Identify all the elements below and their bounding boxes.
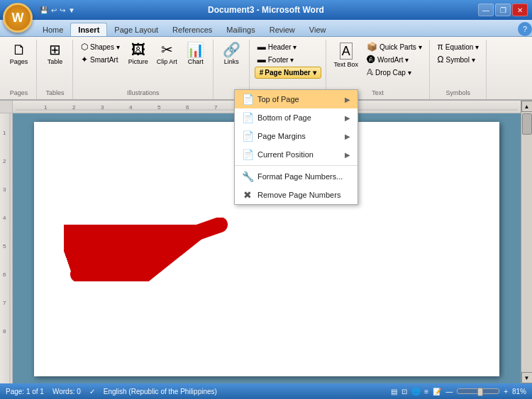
window-title: Document3 - Microsoft Word bbox=[0, 5, 532, 15]
ribbon-group-tables: ⊞ Table Tables bbox=[38, 40, 73, 99]
clip-art-icon: ✂ bbox=[161, 43, 173, 57]
pages-button[interactable]: 🗋 Pages bbox=[6, 41, 32, 67]
page-margins-arrow: ▶ bbox=[345, 133, 350, 140]
tables-content: ⊞ Table bbox=[43, 41, 68, 88]
text-small: 📦 Quick Parts ▾ 🅐 WordArt ▾ 𝔸 Drop Cap ▾ bbox=[364, 41, 424, 78]
zoom-in-button[interactable]: + bbox=[504, 388, 508, 395]
help-button[interactable]: ? bbox=[518, 22, 532, 36]
minimize-button[interactable]: — bbox=[478, 4, 494, 16]
svg-text:1: 1 bbox=[44, 104, 48, 111]
dropdown-current-position[interactable]: 📄 Current Position ▶ bbox=[235, 145, 358, 164]
page-margins-icon: 📄 bbox=[242, 130, 253, 142]
tab-insert[interactable]: Insert bbox=[70, 23, 107, 36]
bottom-of-page-icon: 📄 bbox=[242, 112, 253, 123]
pages-icon: 🗋 bbox=[12, 43, 26, 57]
equation-button[interactable]: π Equation ▾ bbox=[435, 41, 482, 52]
scroll-up-button[interactable]: ▲ bbox=[521, 101, 533, 112]
chart-button[interactable]: 📊 Chart bbox=[183, 41, 209, 67]
full-screen-button[interactable]: ⊡ bbox=[401, 388, 407, 395]
page-number-icon: # bbox=[260, 69, 264, 77]
dropdown-remove-page-numbers[interactable]: ✖ Remove Page Numbers bbox=[235, 186, 358, 204]
bottom-of-page-arrow: ▶ bbox=[345, 114, 350, 122]
pages-content: 🗋 Pages bbox=[6, 41, 32, 88]
symbols-content: π Equation ▾ Ω Symbol ▾ bbox=[435, 41, 482, 88]
office-button[interactable]: W bbox=[3, 3, 33, 33]
text-box-icon: A bbox=[340, 43, 353, 60]
remove-page-numbers-icon: ✖ bbox=[242, 189, 253, 201]
quick-access-dropdown[interactable]: ▼ bbox=[68, 6, 75, 14]
text-content: A Text Box 📦 Quick Parts ▾ 🅐 WordArt ▾ 𝔸… bbox=[331, 41, 425, 88]
shapes-smartart: ⬡ Shapes ▾ ✦ SmartArt bbox=[78, 41, 123, 65]
quick-access-undo[interactable]: ↩ bbox=[51, 6, 57, 14]
illustrations-label: Illustrations bbox=[127, 88, 160, 98]
header-footer-small: ▬ Header ▾ ▬ Footer ▾ # Page Number ▾ bbox=[255, 41, 321, 79]
pages-label: Pages bbox=[10, 88, 28, 98]
svg-text:5: 5 bbox=[3, 243, 6, 249]
text-label: Text bbox=[372, 88, 384, 98]
shapes-button[interactable]: ⬡ Shapes ▾ bbox=[78, 41, 123, 52]
tab-view[interactable]: View bbox=[302, 23, 333, 36]
header-icon: ▬ bbox=[257, 42, 266, 52]
quick-access-redo[interactable]: ↪ bbox=[60, 6, 65, 14]
restore-button[interactable]: ❐ bbox=[495, 4, 511, 16]
svg-text:7: 7 bbox=[214, 104, 218, 111]
tab-review[interactable]: Review bbox=[262, 23, 302, 36]
header-button[interactable]: ▬ Header ▾ bbox=[255, 41, 321, 52]
top-of-page-label: Top of Page bbox=[257, 95, 299, 103]
quick-parts-button[interactable]: 📦 Quick Parts ▾ bbox=[364, 41, 424, 52]
scroll-thumb[interactable] bbox=[522, 113, 532, 135]
tables-label: Tables bbox=[45, 88, 64, 98]
draft-button[interactable]: 📝 bbox=[433, 388, 441, 395]
table-icon: ⊞ bbox=[49, 43, 61, 57]
drop-cap-button[interactable]: 𝔸 Drop Cap ▾ bbox=[364, 67, 424, 78]
table-button[interactable]: ⊞ Table bbox=[43, 41, 68, 67]
top-of-page-icon: 📄 bbox=[242, 94, 253, 105]
svg-text:6: 6 bbox=[3, 271, 6, 278]
format-page-numbers-label: Format Page Numbers... bbox=[257, 172, 343, 181]
zoom-level: 81% bbox=[512, 388, 526, 395]
svg-text:3: 3 bbox=[101, 104, 104, 111]
dropdown-format-page-numbers[interactable]: 🔧 Format Page Numbers... bbox=[235, 167, 358, 186]
text-box-button[interactable]: A Text Box bbox=[331, 41, 362, 69]
page-number-dropdown: 📄 Top of Page ▶ 📄 Bottom of Page ▶ 📄 Pag… bbox=[234, 89, 358, 205]
zoom-out-button[interactable]: — bbox=[445, 388, 453, 395]
tab-references[interactable]: References bbox=[165, 23, 219, 36]
title-bar-buttons: — ❐ ✕ bbox=[478, 4, 528, 16]
clip-art-button[interactable]: ✂ Clip Art bbox=[154, 41, 180, 67]
vertical-scrollbar[interactable]: ▲ ▼ bbox=[521, 101, 532, 383]
vertical-ruler: 1 2 3 4 5 6 7 8 bbox=[0, 113, 13, 383]
svg-text:4: 4 bbox=[129, 104, 133, 111]
symbol-button[interactable]: Ω Symbol ▾ bbox=[435, 54, 482, 65]
quick-access-save[interactable]: 💾 bbox=[40, 6, 48, 14]
zoom-slider[interactable] bbox=[457, 388, 499, 394]
svg-text:3: 3 bbox=[3, 186, 6, 193]
symbols-small: π Equation ▾ Ω Symbol ▾ bbox=[435, 41, 482, 65]
tab-mailings[interactable]: Mailings bbox=[219, 23, 262, 36]
footer-icon: ▬ bbox=[257, 55, 266, 64]
equation-icon: π bbox=[438, 42, 443, 52]
footer-button[interactable]: ▬ Footer ▾ bbox=[255, 54, 321, 65]
links-button[interactable]: 🔗 Links bbox=[218, 41, 244, 67]
web-layout-button[interactable]: 🌐 bbox=[411, 388, 420, 395]
dropdown-page-margins[interactable]: 📄 Page Margins ▶ bbox=[235, 127, 358, 145]
close-button[interactable]: ✕ bbox=[512, 4, 528, 16]
print-layout-button[interactable]: ▤ bbox=[391, 388, 397, 395]
app-window: 💾 ↩ ↪ ▼ Document3 - Microsoft Word — ❐ ✕… bbox=[0, 0, 532, 399]
title-bar: 💾 ↩ ↪ ▼ Document3 - Microsoft Word — ❐ ✕ bbox=[0, 0, 532, 20]
current-position-label: Current Position bbox=[257, 150, 314, 159]
vruler-marks: 1 2 3 4 5 6 7 8 bbox=[0, 113, 13, 383]
dropdown-top-of-page[interactable]: 📄 Top of Page ▶ bbox=[235, 90, 358, 108]
dropdown-bottom-of-page[interactable]: 📄 Bottom of Page ▶ bbox=[235, 108, 358, 127]
scroll-down-button[interactable]: ▼ bbox=[521, 372, 533, 383]
tab-page-layout[interactable]: Page Layout bbox=[107, 23, 165, 36]
tab-home[interactable]: Home bbox=[35, 23, 70, 36]
status-right: ▤ ⊡ 🌐 ≡ 📝 — + 81% bbox=[391, 388, 526, 395]
svg-text:1: 1 bbox=[3, 130, 6, 136]
smartart-button[interactable]: ✦ SmartArt bbox=[78, 54, 123, 65]
ribbon-group-pages: 🗋 Pages Pages bbox=[1, 40, 37, 99]
page-number-button[interactable]: # Page Number ▾ bbox=[255, 67, 321, 79]
zoom-thumb[interactable] bbox=[477, 388, 483, 396]
picture-button[interactable]: 🖼 Picture bbox=[126, 41, 151, 67]
wordart-button[interactable]: 🅐 WordArt ▾ bbox=[364, 54, 424, 65]
outline-button[interactable]: ≡ bbox=[424, 388, 428, 395]
